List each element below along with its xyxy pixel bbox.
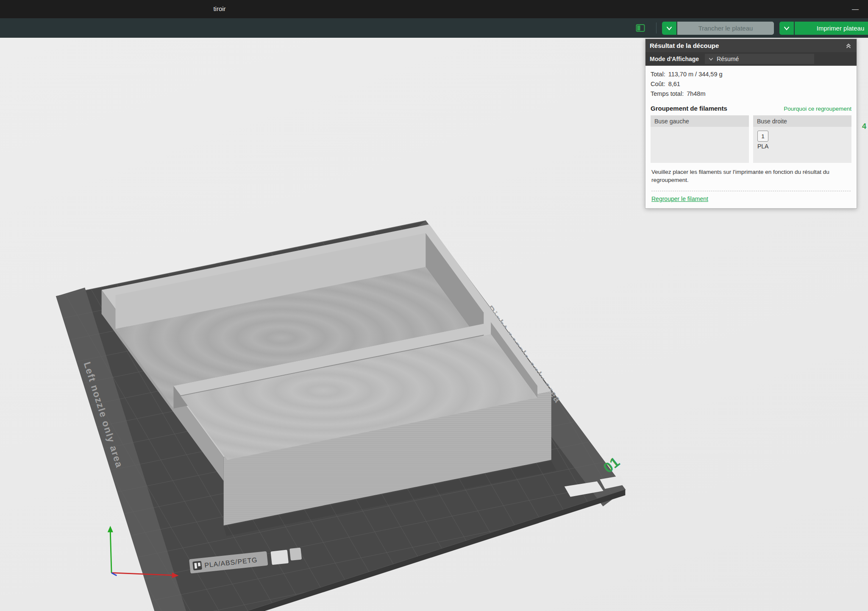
filament-grouping-header: Groupement de filaments Pourquoi ce regr… bbox=[645, 100, 857, 115]
stat-label: Coût: bbox=[651, 79, 665, 89]
right-nozzle-box-title: Buse droite bbox=[753, 115, 851, 127]
left-nozzle-box: Buse gauche bbox=[651, 115, 749, 163]
stat-value: 113,70 m / 344,59 g bbox=[668, 70, 723, 79]
chevron-down-icon bbox=[708, 56, 714, 62]
slice-dropdown-button[interactable] bbox=[662, 22, 676, 35]
slice-result-panel: Résultat de la découpe Mode d'Affichage … bbox=[645, 39, 857, 209]
slice-split-button: Trancher le plateau bbox=[662, 22, 774, 35]
y-axis bbox=[110, 531, 111, 573]
chevron-down-icon bbox=[783, 25, 790, 32]
regroup-filament-link[interactable]: Regrouper le filament bbox=[651, 195, 708, 202]
collapse-panel-icon[interactable] bbox=[845, 42, 852, 50]
minimize-button[interactable]: — bbox=[847, 3, 864, 15]
left-nozzle-box-title: Buse gauche bbox=[651, 115, 749, 127]
filament-material-label: PLA bbox=[757, 143, 851, 150]
title-bar: tiroir — bbox=[0, 0, 868, 18]
slice-plate-button[interactable]: Trancher le plateau bbox=[677, 22, 774, 35]
stat-cost: Coût: 8,61 bbox=[651, 79, 851, 89]
right-nozzle-box: Buse droite 1 PLA bbox=[753, 115, 851, 163]
display-mode-label: Mode d'Affichage bbox=[650, 56, 699, 62]
dashed-divider bbox=[651, 191, 851, 191]
plate-logo-icon bbox=[192, 561, 202, 571]
toolbar-separator bbox=[656, 22, 657, 33]
stat-value: 7h48m bbox=[687, 89, 705, 99]
filament-badge-clipped[interactable]: 4 bbox=[862, 122, 866, 131]
grouping-title: Groupement de filaments bbox=[651, 105, 784, 112]
slice-result-header: Résultat de la découpe bbox=[645, 39, 857, 52]
stat-total: Total: 113,70 m / 344,59 g bbox=[651, 70, 851, 79]
display-mode-select[interactable]: Résumé bbox=[705, 54, 814, 64]
nozzle-boxes: Buse gauche Buse droite 1 PLA bbox=[645, 115, 857, 163]
print-plate-button[interactable]: Imprimer plateau bbox=[795, 22, 868, 35]
y-axis-arrowhead bbox=[108, 526, 113, 532]
grouping-note: Veuillez placer les filaments sur l'impr… bbox=[645, 163, 843, 184]
print-dropdown-button[interactable] bbox=[779, 22, 794, 35]
top-toolbar: Trancher le plateau Imprimer plateau bbox=[0, 18, 868, 38]
stat-label: Total: bbox=[651, 70, 665, 79]
slice-stats: Total: 113,70 m / 344,59 g Coût: 8,61 Te… bbox=[645, 66, 857, 100]
chevron-down-icon bbox=[666, 25, 673, 32]
plate-tab bbox=[289, 547, 302, 561]
print-split-button: Imprimer plateau bbox=[779, 22, 868, 35]
why-grouping-link[interactable]: Pourquoi ce regroupement bbox=[784, 106, 851, 112]
window-title: tiroir bbox=[213, 5, 225, 12]
display-mode-value: Résumé bbox=[717, 56, 739, 62]
plates-list-icon[interactable] bbox=[636, 23, 645, 33]
stat-time: Temps total: 7h48m bbox=[651, 89, 851, 99]
slice-result-title: Résultat de la découpe bbox=[650, 42, 845, 49]
stat-label: Temps total: bbox=[651, 89, 684, 99]
stat-value: 8,61 bbox=[668, 79, 680, 89]
plate-tab bbox=[270, 550, 289, 565]
display-mode-row: Mode d'Affichage Résumé bbox=[645, 52, 857, 66]
filament-chip[interactable]: 1 bbox=[757, 131, 768, 142]
